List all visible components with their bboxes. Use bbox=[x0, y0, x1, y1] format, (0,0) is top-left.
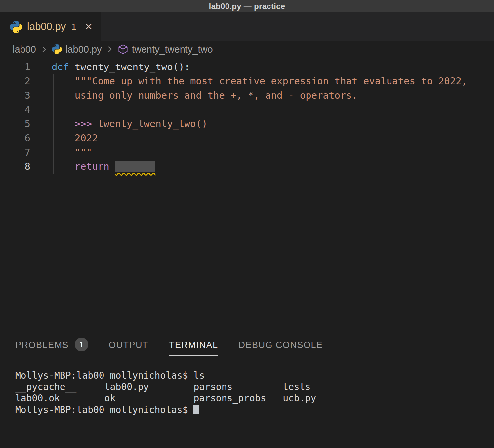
code-token: """Come up with the most creative expres… bbox=[52, 75, 467, 87]
panel-tab-problems[interactable]: PROBLEMS1 bbox=[15, 340, 88, 356]
line-number: 3 bbox=[0, 88, 30, 103]
code-text: """ bbox=[52, 145, 92, 159]
panel-tab-terminal[interactable]: TERMINAL bbox=[169, 340, 218, 356]
indent-guide bbox=[53, 74, 54, 174]
code-token bbox=[52, 161, 75, 172]
code-token: twenty_twenty_two() bbox=[98, 118, 208, 129]
terminal[interactable]: Mollys-MBP:lab00 mollynicholas$ ls__pyca… bbox=[0, 370, 494, 416]
python-icon bbox=[10, 21, 22, 33]
code-token bbox=[52, 118, 75, 129]
symbol-method-icon bbox=[118, 44, 128, 55]
line-number: 6 bbox=[0, 131, 30, 145]
panel-tab-debug-console[interactable]: DEBUG CONSOLE bbox=[239, 340, 323, 356]
line-number: 1 bbox=[0, 60, 30, 74]
code-line[interactable]: 4 bbox=[0, 103, 494, 117]
code-line[interactable]: 6 2022 bbox=[0, 131, 494, 145]
breadcrumb-item-symbol[interactable]: twenty_twenty_two bbox=[132, 44, 213, 55]
code-line[interactable]: 5 >>> twenty_twenty_two() bbox=[0, 117, 494, 131]
terminal-line: lab00.ok ok parsons_probs ucb.py bbox=[15, 393, 494, 404]
terminal-line: __pycache__ lab00.py parsons tests bbox=[15, 381, 494, 393]
close-icon[interactable]: ✕ bbox=[85, 21, 93, 32]
line-number: 8 bbox=[0, 159, 30, 174]
editor-tab-strip: lab00.py 1 ✕ bbox=[0, 12, 494, 41]
code-token: >>> bbox=[75, 118, 98, 129]
line-number: 7 bbox=[0, 145, 30, 159]
code-token bbox=[109, 161, 115, 172]
tab-lab00-py[interactable]: lab00.py 1 ✕ bbox=[0, 12, 101, 41]
terminal-cursor bbox=[193, 405, 199, 414]
code-line[interactable]: 7 """ bbox=[0, 145, 494, 159]
code-line[interactable]: 2 """Come up with the most creative expr… bbox=[0, 74, 494, 88]
code-text: """Come up with the most creative expres… bbox=[52, 74, 467, 88]
code-line[interactable]: 1def twenty_twenty_two(): bbox=[0, 60, 494, 74]
panel-tab-label: OUTPUT bbox=[109, 340, 148, 350]
code-line[interactable]: 8 return bbox=[0, 159, 494, 174]
vscode-window: lab00.py — practice lab00.py 1 ✕ lab00 bbox=[0, 0, 494, 448]
code-token: 2022 bbox=[52, 132, 98, 144]
tab-label: lab00.py bbox=[27, 21, 66, 33]
code-lines: 1def twenty_twenty_two():2 """Come up wi… bbox=[0, 60, 494, 174]
chevron-right-icon bbox=[40, 45, 48, 54]
breadcrumb: lab00 lab00.py twenty_twenty_two bbox=[0, 41, 494, 57]
window-title: lab00.py — practice bbox=[209, 2, 285, 11]
window-titlebar: lab00.py — practice bbox=[0, 0, 494, 12]
code-token: """ bbox=[52, 147, 92, 158]
panel-tab-output[interactable]: OUTPUT bbox=[109, 340, 148, 356]
code-token: twenty_twenty_two(): bbox=[69, 61, 190, 72]
return-value-placeholder bbox=[115, 161, 155, 172]
code-line[interactable]: 3 using only numbers and the +, *, and -… bbox=[0, 88, 494, 103]
line-number: 5 bbox=[0, 117, 30, 131]
breadcrumb-item-file[interactable]: lab00.py bbox=[65, 44, 102, 55]
panel-tab-label: PROBLEMS bbox=[15, 340, 69, 350]
code-text: >>> twenty_twenty_two() bbox=[52, 117, 207, 131]
code-token: return bbox=[75, 161, 109, 172]
code-editor[interactable]: 1def twenty_twenty_two():2 """Come up wi… bbox=[0, 57, 494, 330]
bottom-panel: PROBLEMS1OUTPUTTERMINALDEBUG CONSOLE Mol… bbox=[0, 330, 494, 448]
problems-badge: 1 bbox=[75, 338, 88, 351]
code-text: def twenty_twenty_two(): bbox=[52, 60, 190, 74]
breadcrumb-item-folder[interactable]: lab00 bbox=[13, 44, 36, 55]
line-number: 2 bbox=[0, 74, 30, 88]
terminal-line: Mollys-MBP:lab00 mollynicholas$ ls bbox=[15, 370, 494, 381]
panel-tab-label: DEBUG CONSOLE bbox=[239, 340, 323, 350]
code-token: using only numbers and the +, *, and - o… bbox=[52, 90, 357, 101]
code-token: def bbox=[52, 61, 69, 72]
code-text: return bbox=[52, 159, 155, 174]
tab-problem-count: 1 bbox=[71, 22, 76, 32]
code-text: using only numbers and the +, *, and - o… bbox=[52, 88, 357, 103]
python-icon bbox=[52, 44, 62, 54]
line-number: 4 bbox=[0, 103, 30, 117]
panel-tab-label: TERMINAL bbox=[169, 340, 218, 350]
chevron-right-icon bbox=[105, 45, 114, 54]
code-text: 2022 bbox=[52, 131, 98, 145]
terminal-prompt: Mollys-MBP:lab00 mollynicholas$ bbox=[15, 404, 193, 415]
panel-tab-bar: PROBLEMS1OUTPUTTERMINALDEBUG CONSOLE bbox=[0, 330, 494, 356]
terminal-prompt-line[interactable]: Mollys-MBP:lab00 mollynicholas$ bbox=[15, 404, 494, 416]
